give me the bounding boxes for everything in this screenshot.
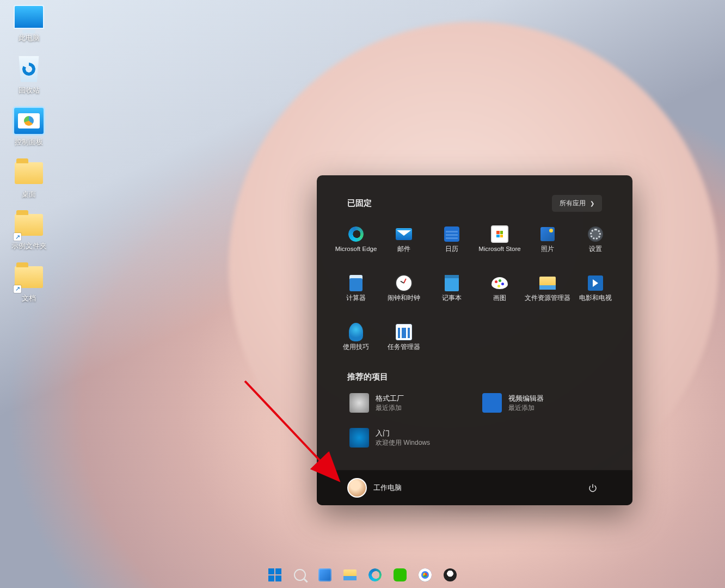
movies-icon: [586, 274, 605, 292]
desktop-icon-desktop-folder[interactable]: 桌面: [4, 160, 53, 199]
pinned-label: 设置: [589, 246, 602, 253]
explorer-icon: [538, 274, 557, 292]
format-factory-icon: [349, 393, 369, 413]
notepad-icon: [443, 274, 461, 292]
taskbar-tencent[interactable]: [439, 564, 461, 586]
chrome-icon: [419, 568, 432, 581]
recommended-title: 格式工厂: [376, 394, 404, 403]
power-button[interactable]: [583, 479, 602, 497]
start-footer: 工作电脑: [317, 470, 632, 505]
pinned-label: 照片: [541, 246, 554, 253]
taskbar-chrome[interactable]: [414, 564, 436, 586]
calculator-icon: [347, 274, 365, 292]
pinned-label: 记事本: [442, 295, 462, 302]
pinned-paint[interactable]: 画图: [476, 272, 524, 313]
shortcut-overlay-icon: ↗: [14, 233, 21, 241]
recommended-title: 视频编辑器: [508, 394, 544, 403]
explorer-icon: [343, 569, 357, 580]
user-name: 工作电脑: [373, 483, 402, 493]
desktop-icon-label: 桌面: [22, 190, 36, 199]
recommended-subtitle: 欢迎使用 Windows: [376, 438, 430, 448]
pinned-label: 画图: [493, 295, 506, 302]
desktop-icon-label: 示例文件夹: [11, 242, 47, 250]
taskview-icon: [318, 568, 331, 581]
pc-icon: [13, 3, 45, 30]
pinned-label: 文件资源管理器: [525, 295, 570, 302]
pinned-settings[interactable]: 设置: [572, 223, 619, 264]
all-apps-button[interactable]: 所有应用 ❯: [552, 195, 602, 212]
taskbar: [0, 512, 725, 588]
pinned-taskmgr[interactable]: 任务管理器: [380, 321, 428, 362]
taskbar-edge[interactable]: [364, 564, 386, 586]
photos-icon: [538, 225, 557, 243]
edge-icon: [347, 225, 365, 243]
desktop-icon-documents-folder[interactable]: ↗文档: [4, 264, 53, 303]
all-apps-label: 所有应用: [560, 199, 586, 208]
pinned-label: 任务管理器: [388, 344, 420, 351]
pinned-label: 日历: [445, 246, 458, 253]
taskbar-search[interactable]: [289, 564, 311, 586]
recommended-grid: 格式工厂最近添加视频编辑器最近添加入门欢迎使用 Windows: [347, 391, 602, 450]
taskbar-explorer[interactable]: [339, 564, 361, 586]
taskbar-taskview[interactable]: [314, 564, 336, 586]
recommended-subtitle: 最近添加: [508, 403, 544, 413]
taskbar-center: [264, 564, 461, 586]
pinned-alarms[interactable]: 闹钟和时钟: [380, 272, 428, 313]
paint-icon: [490, 274, 509, 292]
tips-icon: [347, 323, 365, 341]
recommended-title: 入门: [376, 428, 430, 438]
calendar-icon: [443, 225, 461, 243]
desktop-icon-label: 文档: [22, 294, 36, 303]
store-icon: [490, 225, 509, 243]
pinned-calculator[interactable]: 计算器: [332, 272, 380, 313]
recommended-video-editor[interactable]: 视频编辑器最近添加: [480, 391, 602, 415]
pinned-label: Microsoft Edge: [335, 246, 377, 253]
recommended-format-factory[interactable]: 格式工厂最近添加: [347, 391, 469, 415]
start-icon: [268, 568, 281, 581]
desktop-icon-label: 控制面板: [15, 138, 43, 146]
pinned-explorer[interactable]: 文件资源管理器: [524, 272, 572, 313]
edge-icon: [368, 568, 382, 581]
pinned-edge[interactable]: Microsoft Edge: [332, 223, 380, 264]
pinned-calendar[interactable]: 日历: [428, 223, 476, 264]
start-menu: 已固定 所有应用 ❯ Microsoft Edge邮件日历Microsoft S…: [317, 175, 632, 505]
desktop-icon-this-pc[interactable]: 此电脑: [4, 3, 53, 42]
user-avatar-icon: [347, 478, 367, 498]
desktop-icon-recycle-bin[interactable]: 回收站: [4, 56, 53, 95]
desktop-icons: 此电脑回收站控制面板桌面↗示例文件夹↗文档: [4, 3, 53, 303]
alarms-icon: [395, 274, 413, 292]
recommended-get-started[interactable]: 入门欢迎使用 Windows: [347, 426, 469, 450]
chevron-right-icon: ❯: [590, 200, 594, 206]
tencent-icon: [444, 568, 457, 581]
pinned-header: 已固定: [347, 198, 372, 209]
pinned-mail[interactable]: 邮件: [380, 223, 428, 264]
pinned-apps-grid: Microsoft Edge邮件日历Microsoft Store照片设置计算器…: [317, 212, 632, 362]
pinned-label: 邮件: [397, 246, 410, 253]
cp-icon: [13, 107, 45, 134]
pinned-tips[interactable]: 使用技巧: [332, 321, 380, 362]
taskmgr-icon: [395, 323, 413, 341]
desktop-icon-sample-folder[interactable]: ↗示例文件夹: [4, 211, 53, 250]
settings-icon: [586, 225, 605, 243]
power-icon: [588, 483, 598, 493]
pinned-photos[interactable]: 照片: [524, 223, 572, 264]
pinned-label: Microsoft Store: [478, 246, 520, 253]
pinned-label: 使用技巧: [343, 344, 369, 351]
pinned-notepad[interactable]: 记事本: [428, 272, 476, 313]
desktop-icon-label: 此电脑: [19, 34, 40, 42]
pinned-store[interactable]: Microsoft Store: [476, 223, 524, 264]
recommended-header: 推荐的项目: [347, 372, 602, 382]
taskbar-start[interactable]: [264, 564, 286, 586]
pinned-label: 电影和电视: [579, 295, 612, 302]
desktop-icon-control-panel[interactable]: 控制面板: [4, 107, 53, 146]
pinned-movies[interactable]: 电影和电视: [572, 272, 619, 313]
shortcut-overlay-icon: ↗: [14, 285, 21, 293]
taskbar-wechat[interactable]: [389, 564, 411, 586]
mail-icon: [395, 225, 413, 243]
wechat-icon: [394, 568, 407, 581]
bin-icon: [13, 56, 45, 83]
recommended-subtitle: 最近添加: [376, 403, 404, 413]
search-icon: [294, 569, 306, 581]
folder-icon: [13, 160, 45, 187]
user-account-button[interactable]: 工作电脑: [347, 478, 402, 498]
